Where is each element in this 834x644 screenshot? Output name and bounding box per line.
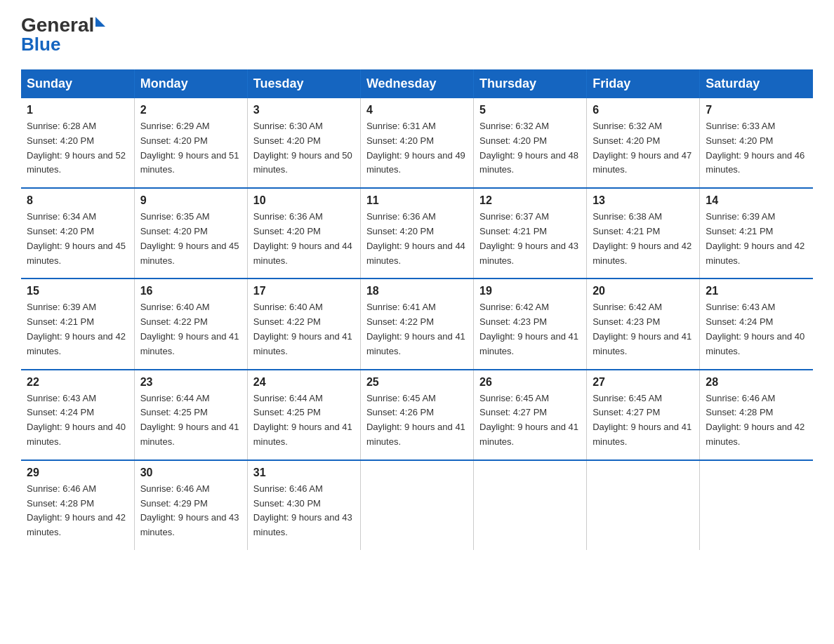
day-info: Sunrise: 6:43 AMSunset: 4:24 PMDaylight:… bbox=[706, 300, 807, 358]
calendar-cell: 7Sunrise: 6:33 AMSunset: 4:20 PMDaylight… bbox=[700, 98, 813, 188]
day-info: Sunrise: 6:45 AMSunset: 4:27 PMDaylight:… bbox=[479, 391, 581, 450]
calendar-cell: 16Sunrise: 6:40 AMSunset: 4:22 PMDayligh… bbox=[134, 279, 247, 369]
day-info: Sunrise: 6:32 AMSunset: 4:20 PMDaylight:… bbox=[593, 119, 694, 177]
day-number: 7 bbox=[706, 104, 807, 116]
calendar-cell: 25Sunrise: 6:45 AMSunset: 4:26 PMDayligh… bbox=[360, 370, 473, 460]
calendar-table: SundayMondayTuesdayWednesdayThursdayFrid… bbox=[21, 69, 813, 550]
day-number: 27 bbox=[593, 376, 694, 389]
day-number: 1 bbox=[27, 104, 128, 116]
day-info: Sunrise: 6:41 AMSunset: 4:22 PMDaylight:… bbox=[366, 300, 468, 358]
day-number: 2 bbox=[140, 104, 241, 116]
calendar-cell: 28Sunrise: 6:46 AMSunset: 4:28 PMDayligh… bbox=[700, 370, 813, 460]
calendar-cell: 19Sunrise: 6:42 AMSunset: 4:23 PMDayligh… bbox=[474, 279, 587, 369]
day-number: 9 bbox=[140, 194, 241, 207]
day-info: Sunrise: 6:37 AMSunset: 4:21 PMDaylight:… bbox=[479, 210, 581, 268]
day-number: 8 bbox=[27, 194, 128, 207]
day-number: 11 bbox=[366, 194, 468, 207]
day-info: Sunrise: 6:34 AMSunset: 4:20 PMDaylight:… bbox=[27, 210, 128, 268]
day-number: 22 bbox=[27, 376, 128, 389]
day-number: 14 bbox=[706, 194, 807, 207]
column-header-wednesday: Wednesday bbox=[360, 69, 473, 98]
day-info: Sunrise: 6:39 AMSunset: 4:21 PMDaylight:… bbox=[27, 300, 128, 358]
calendar-cell: 2Sunrise: 6:29 AMSunset: 4:20 PMDaylight… bbox=[134, 98, 247, 188]
day-info: Sunrise: 6:46 AMSunset: 4:30 PMDaylight:… bbox=[253, 482, 355, 540]
day-number: 3 bbox=[253, 104, 355, 116]
day-info: Sunrise: 6:43 AMSunset: 4:24 PMDaylight:… bbox=[27, 391, 128, 450]
day-number: 13 bbox=[593, 194, 694, 207]
day-number: 19 bbox=[479, 285, 581, 297]
calendar-cell: 12Sunrise: 6:37 AMSunset: 4:21 PMDayligh… bbox=[474, 188, 587, 279]
calendar-cell: 13Sunrise: 6:38 AMSunset: 4:21 PMDayligh… bbox=[587, 188, 700, 279]
day-number: 4 bbox=[366, 104, 468, 116]
day-info: Sunrise: 6:32 AMSunset: 4:20 PMDaylight:… bbox=[479, 119, 581, 177]
calendar-cell bbox=[700, 460, 813, 550]
day-info: Sunrise: 6:45 AMSunset: 4:27 PMDaylight:… bbox=[593, 391, 694, 450]
day-number: 30 bbox=[140, 467, 241, 479]
column-header-monday: Monday bbox=[134, 69, 247, 98]
column-header-saturday: Saturday bbox=[700, 69, 813, 98]
calendar-cell: 15Sunrise: 6:39 AMSunset: 4:21 PMDayligh… bbox=[21, 279, 134, 369]
day-number: 21 bbox=[706, 285, 807, 297]
calendar-cell: 23Sunrise: 6:44 AMSunset: 4:25 PMDayligh… bbox=[134, 370, 247, 460]
day-number: 20 bbox=[593, 285, 694, 297]
day-info: Sunrise: 6:39 AMSunset: 4:21 PMDaylight:… bbox=[706, 210, 807, 268]
day-info: Sunrise: 6:38 AMSunset: 4:21 PMDaylight:… bbox=[593, 210, 694, 268]
day-number: 26 bbox=[479, 376, 581, 389]
calendar-cell: 14Sunrise: 6:39 AMSunset: 4:21 PMDayligh… bbox=[700, 188, 813, 279]
day-number: 31 bbox=[253, 467, 355, 479]
day-info: Sunrise: 6:45 AMSunset: 4:26 PMDaylight:… bbox=[366, 391, 468, 450]
calendar-cell: 22Sunrise: 6:43 AMSunset: 4:24 PMDayligh… bbox=[21, 370, 134, 460]
calendar-cell: 29Sunrise: 6:46 AMSunset: 4:28 PMDayligh… bbox=[21, 460, 134, 550]
day-info: Sunrise: 6:44 AMSunset: 4:25 PMDaylight:… bbox=[253, 391, 355, 450]
day-info: Sunrise: 6:33 AMSunset: 4:20 PMDaylight:… bbox=[706, 119, 807, 177]
calendar-cell bbox=[360, 460, 473, 550]
day-info: Sunrise: 6:42 AMSunset: 4:23 PMDaylight:… bbox=[593, 300, 694, 358]
calendar-cell: 1Sunrise: 6:28 AMSunset: 4:20 PMDaylight… bbox=[21, 98, 134, 188]
calendar-cell: 10Sunrise: 6:36 AMSunset: 4:20 PMDayligh… bbox=[247, 188, 360, 279]
calendar-cell: 17Sunrise: 6:40 AMSunset: 4:22 PMDayligh… bbox=[247, 279, 360, 369]
day-info: Sunrise: 6:46 AMSunset: 4:29 PMDaylight:… bbox=[140, 482, 241, 540]
day-number: 16 bbox=[140, 285, 241, 297]
calendar-cell: 11Sunrise: 6:36 AMSunset: 4:20 PMDayligh… bbox=[360, 188, 473, 279]
logo: General Blue bbox=[21, 14, 105, 55]
day-info: Sunrise: 6:31 AMSunset: 4:20 PMDaylight:… bbox=[366, 119, 468, 177]
day-number: 29 bbox=[27, 467, 128, 479]
calendar-cell: 3Sunrise: 6:30 AMSunset: 4:20 PMDaylight… bbox=[247, 98, 360, 188]
day-number: 18 bbox=[366, 285, 468, 297]
day-info: Sunrise: 6:36 AMSunset: 4:20 PMDaylight:… bbox=[253, 210, 355, 268]
day-number: 5 bbox=[479, 104, 581, 116]
column-header-sunday: Sunday bbox=[21, 69, 134, 98]
day-info: Sunrise: 6:29 AMSunset: 4:20 PMDaylight:… bbox=[140, 119, 241, 177]
logo-blue-label: Blue bbox=[21, 34, 60, 55]
day-info: Sunrise: 6:36 AMSunset: 4:20 PMDaylight:… bbox=[366, 210, 468, 268]
calendar-cell: 30Sunrise: 6:46 AMSunset: 4:29 PMDayligh… bbox=[134, 460, 247, 550]
calendar-cell: 4Sunrise: 6:31 AMSunset: 4:20 PMDaylight… bbox=[360, 98, 473, 188]
calendar-cell: 5Sunrise: 6:32 AMSunset: 4:20 PMDaylight… bbox=[474, 98, 587, 188]
calendar-cell: 26Sunrise: 6:45 AMSunset: 4:27 PMDayligh… bbox=[474, 370, 587, 460]
day-number: 10 bbox=[253, 194, 355, 207]
day-info: Sunrise: 6:42 AMSunset: 4:23 PMDaylight:… bbox=[479, 300, 581, 358]
calendar-cell bbox=[474, 460, 587, 550]
day-number: 28 bbox=[706, 376, 807, 389]
logo-arrow-icon bbox=[95, 17, 105, 27]
calendar-cell: 18Sunrise: 6:41 AMSunset: 4:22 PMDayligh… bbox=[360, 279, 473, 369]
day-number: 23 bbox=[140, 376, 241, 389]
day-number: 12 bbox=[479, 194, 581, 207]
day-number: 6 bbox=[593, 104, 694, 116]
calendar-cell: 21Sunrise: 6:43 AMSunset: 4:24 PMDayligh… bbox=[700, 279, 813, 369]
calendar-cell: 6Sunrise: 6:32 AMSunset: 4:20 PMDaylight… bbox=[587, 98, 700, 188]
calendar-cell bbox=[587, 460, 700, 550]
day-info: Sunrise: 6:44 AMSunset: 4:25 PMDaylight:… bbox=[140, 391, 241, 450]
day-info: Sunrise: 6:40 AMSunset: 4:22 PMDaylight:… bbox=[253, 300, 355, 358]
day-number: 24 bbox=[253, 376, 355, 389]
column-header-thursday: Thursday bbox=[474, 69, 587, 98]
column-header-tuesday: Tuesday bbox=[247, 69, 360, 98]
calendar-cell: 27Sunrise: 6:45 AMSunset: 4:27 PMDayligh… bbox=[587, 370, 700, 460]
day-number: 15 bbox=[27, 285, 128, 297]
page-header: General Blue bbox=[21, 14, 813, 55]
day-info: Sunrise: 6:46 AMSunset: 4:28 PMDaylight:… bbox=[706, 391, 807, 450]
day-number: 17 bbox=[253, 285, 355, 297]
day-info: Sunrise: 6:30 AMSunset: 4:20 PMDaylight:… bbox=[253, 119, 355, 177]
day-info: Sunrise: 6:28 AMSunset: 4:20 PMDaylight:… bbox=[27, 119, 128, 177]
calendar-cell: 31Sunrise: 6:46 AMSunset: 4:30 PMDayligh… bbox=[247, 460, 360, 550]
